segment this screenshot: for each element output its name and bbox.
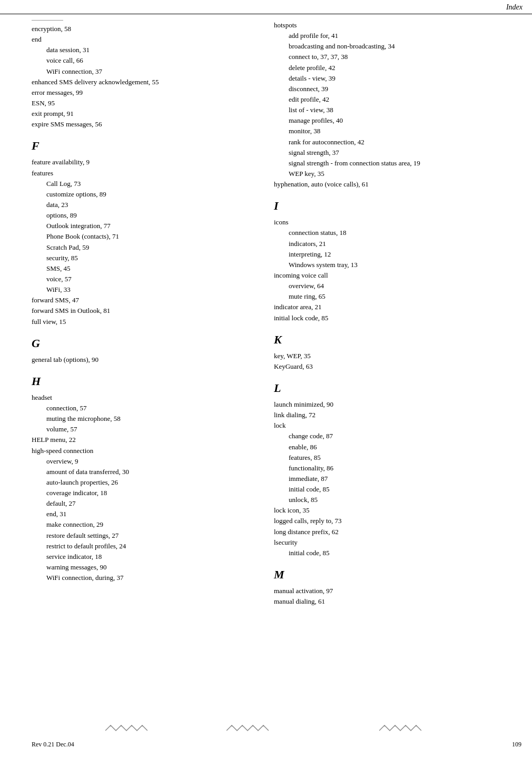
index-entry: SMS, 45 bbox=[32, 263, 248, 274]
index-entry: Call Log, 73 bbox=[32, 179, 248, 189]
entry-text: warning messages, 90 bbox=[32, 562, 248, 573]
entry-text: forward SMS, 47 bbox=[32, 295, 248, 306]
index-entry: connection status, 18 bbox=[274, 228, 521, 238]
entry-text: enable, 86 bbox=[274, 442, 521, 452]
entry-text: functionality, 86 bbox=[274, 463, 521, 474]
entry-text: forward SMS in Outlook, 81 bbox=[32, 306, 248, 316]
entry-text: volume, 57 bbox=[32, 424, 248, 435]
index-entry: manual dialing, 61 bbox=[274, 596, 521, 607]
entry-text: hotspots bbox=[274, 20, 521, 31]
index-entry: expire SMS messages, 56 bbox=[32, 119, 248, 130]
entry-text: long distance prefix, 62 bbox=[274, 527, 521, 537]
index-entry: connect to, 37, 37, 38 bbox=[274, 52, 521, 62]
index-entry: restrict to default profiles, 24 bbox=[32, 541, 248, 552]
index-entry: WiFi connection, 37 bbox=[32, 66, 248, 77]
index-entry: rank for autoconnection, 42 bbox=[274, 137, 521, 147]
section-letter-l: L bbox=[274, 381, 521, 395]
entry-text: restore default settings, 27 bbox=[32, 530, 248, 541]
entry-text: voice call, 66 bbox=[32, 55, 248, 66]
index-entry: change code, 87 bbox=[274, 431, 521, 441]
index-entry: unlock, 85 bbox=[274, 495, 521, 505]
index-entry: muting the microphone, 58 bbox=[32, 414, 248, 424]
entry-text: monitor, 38 bbox=[274, 126, 521, 136]
entry-text: customize options, 89 bbox=[32, 189, 248, 200]
index-entry: exit prompt, 91 bbox=[32, 109, 248, 119]
section-letter-f: F bbox=[32, 139, 248, 153]
entry-text: HELP menu, 22 bbox=[32, 435, 248, 445]
entry-text: incoming voice call bbox=[274, 270, 521, 281]
index-entry: enable, 86 bbox=[274, 442, 521, 452]
entry-text: general tab (options), 90 bbox=[32, 355, 248, 365]
entry-text: initial code, 85 bbox=[274, 484, 521, 495]
entry-text: initial code, 85 bbox=[274, 548, 521, 558]
index-entry: overview, 9 bbox=[32, 456, 248, 467]
index-entry: auto-launch properties, 26 bbox=[32, 477, 248, 488]
index-entry: edit profile, 42 bbox=[274, 94, 521, 105]
index-entry: initial code, 85 bbox=[274, 484, 521, 495]
index-entry: launch minimized, 90 bbox=[274, 399, 521, 410]
entry-text: mute ring, 65 bbox=[274, 291, 521, 302]
index-entry: connection, 57 bbox=[32, 403, 248, 414]
index-entry: volume, 57 bbox=[32, 424, 248, 435]
entry-text: coverage indicator, 18 bbox=[32, 488, 248, 498]
entry-text: overview, 9 bbox=[32, 456, 248, 467]
entry-text: broadcasting and non-broadcasting, 34 bbox=[274, 41, 521, 52]
left-index-entries: encryption, 58enddata session, 31voice c… bbox=[32, 24, 248, 583]
index-entry: data session, 31 bbox=[32, 45, 248, 55]
entry-text: details - view, 39 bbox=[274, 73, 521, 84]
entry-text: disconnect, 39 bbox=[274, 84, 521, 94]
index-entry: error messages, 99 bbox=[32, 87, 248, 98]
index-entry: WEP key, 35 bbox=[274, 169, 521, 179]
entry-text: full view, 15 bbox=[32, 317, 248, 327]
index-entry: initial code, 85 bbox=[274, 548, 521, 558]
index-entry: encryption, 58 bbox=[32, 24, 248, 34]
entry-text: end, 31 bbox=[32, 509, 248, 519]
footer-page-number: 109 bbox=[512, 741, 521, 749]
index-entry: manage profiles, 40 bbox=[274, 115, 521, 126]
index-entry: hotspots bbox=[274, 20, 521, 31]
index-entry: general tab (options), 90 bbox=[32, 355, 248, 365]
entry-text: interpreting, 12 bbox=[274, 249, 521, 260]
entry-text: key, WEP, 35 bbox=[274, 351, 521, 361]
entry-text: Call Log, 73 bbox=[32, 179, 248, 189]
index-entry: indicators, 21 bbox=[274, 239, 521, 249]
index-entry: long distance prefix, 62 bbox=[274, 527, 521, 537]
index-entry: lock bbox=[274, 420, 521, 431]
entry-text: voice, 57 bbox=[32, 274, 248, 284]
entry-text: feature availability, 9 bbox=[32, 157, 248, 168]
section-letter-k: K bbox=[274, 333, 521, 347]
entry-text: indicator area, 21 bbox=[274, 302, 521, 312]
entry-text: Outlook integration, 77 bbox=[32, 221, 248, 231]
entry-text: overview, 64 bbox=[274, 281, 521, 291]
index-entry: initial lock code, 85 bbox=[274, 313, 521, 323]
entry-text: enhanced SMS delivery acknowledgement, 5… bbox=[32, 77, 248, 87]
entry-text: indicators, 21 bbox=[274, 239, 521, 249]
entry-text: Scratch Pad, 59 bbox=[32, 242, 248, 253]
entry-text: list of - view, 38 bbox=[274, 105, 521, 115]
index-entry: WiFi, 33 bbox=[32, 284, 248, 295]
index-entry: voice call, 66 bbox=[32, 55, 248, 66]
index-entry: high-speed connection bbox=[32, 446, 248, 456]
index-entry: list of - view, 38 bbox=[274, 105, 521, 115]
entry-text: rank for autoconnection, 42 bbox=[274, 137, 521, 147]
entry-text: WEP key, 35 bbox=[274, 169, 521, 179]
index-entry: lsecurity bbox=[274, 537, 521, 548]
index-entry: options, 89 bbox=[32, 210, 248, 221]
index-entry: ESN, 95 bbox=[32, 98, 248, 109]
entry-text: icons bbox=[274, 217, 521, 228]
entry-text: default, 27 bbox=[32, 498, 248, 509]
page-header: Index bbox=[0, 0, 532, 14]
page-footer: Rev 0.21 Dec.04 109 bbox=[0, 741, 532, 749]
entry-text: ESN, 95 bbox=[32, 98, 248, 109]
entry-text: lsecurity bbox=[274, 537, 521, 548]
right-column: hotspotsadd profile for, 41broadcasting … bbox=[258, 20, 532, 607]
index-entry: immediate, 87 bbox=[274, 474, 521, 484]
entry-text: expire SMS messages, 56 bbox=[32, 119, 248, 130]
index-entry: forward SMS, 47 bbox=[32, 295, 248, 306]
right-index-entries: hotspotsadd profile for, 41broadcasting … bbox=[274, 20, 521, 607]
index-entry: indicator area, 21 bbox=[274, 302, 521, 312]
index-entry: lock icon, 35 bbox=[274, 505, 521, 516]
index-entry: enhanced SMS delivery acknowledgement, 5… bbox=[32, 77, 248, 87]
index-entry: overview, 64 bbox=[274, 281, 521, 291]
index-entry: KeyGuard, 63 bbox=[274, 361, 521, 372]
